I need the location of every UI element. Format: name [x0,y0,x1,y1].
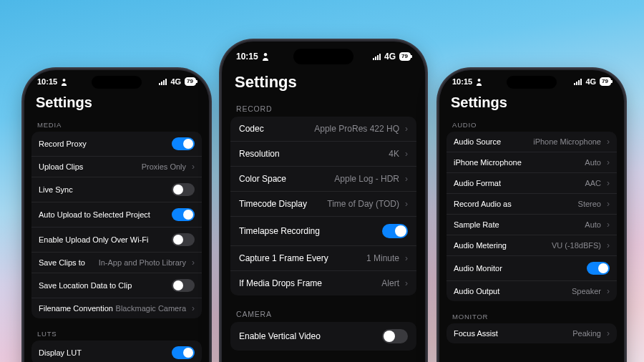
chevron-right-icon: › [192,162,195,171]
signal-icon [574,79,582,85]
status-time: 10:15 [37,77,57,86]
page-title: Settings [24,89,209,118]
row-audio-source[interactable]: Audio Source iPhone Microphone › [447,132,617,152]
row-value: iPhone Microphone [533,137,604,146]
row-wifi-only[interactable]: Enable Upload Only Over Wi-Fi [31,228,202,253]
toggle-live-sync[interactable] [172,183,195,196]
row-iphone-microphone[interactable]: iPhone Microphone Auto › [447,152,617,173]
row-capture-frame-every[interactable]: Capture 1 Frame Every 1 Minute › [230,246,416,271]
row-record-proxy[interactable]: Record Proxy [31,132,202,157]
row-sample-rate[interactable]: Sample Rate Auto › [447,215,617,235]
row-label: Timelapse Recording [239,226,382,236]
toggle-record-proxy[interactable] [172,137,195,150]
settings-group-camera: Enable Vertical Video [230,322,416,351]
chevron-right-icon: › [607,241,610,250]
row-label: If Media Drops Frame [239,278,381,288]
toggle-timelapse[interactable] [382,224,408,238]
row-value: Proxies Only [142,162,189,171]
row-value: VU (-18dBFS) [552,241,604,250]
toggle-save-location[interactable] [172,279,195,292]
network-label: 4G [170,77,181,86]
battery-icon: 79 [600,77,611,86]
row-save-location[interactable]: Save Location Data to Clip [31,273,202,298]
chevron-right-icon: › [607,329,610,338]
row-value: Blackmagic Camera [116,304,189,313]
row-label: iPhone Microphone [454,158,585,167]
row-label: Resolution [239,149,389,159]
toggle-auto-upload[interactable] [172,208,195,221]
row-label: Audio Monitor [454,264,587,273]
signal-icon [373,54,381,60]
chevron-right-icon: › [607,158,610,167]
row-audio-output[interactable]: Audio Output Speaker › [447,281,617,301]
row-display-lut[interactable]: Display LUT [31,341,202,362]
chevron-right-icon: › [405,279,408,288]
row-audio-format[interactable]: Audio Format AAC › [447,173,617,194]
row-label: Live Sync [39,185,172,194]
row-timecode-display[interactable]: Timecode Display Time of Day (TOD) › [230,192,416,217]
toggle-wifi-only[interactable] [172,233,195,246]
row-resolution[interactable]: Resolution 4K › [230,142,416,167]
row-timelapse-recording[interactable]: Timelapse Recording [230,217,416,246]
toggle-vertical-video[interactable] [382,329,408,343]
phone-record-settings: 10:15 4G 79 Settings RECORD Codec Apple … [222,41,425,362]
row-enable-vertical-video[interactable]: Enable Vertical Video [230,322,416,351]
toggle-display-lut[interactable] [172,346,195,359]
chevron-right-icon: › [607,137,610,146]
row-focus-assist[interactable]: Focus Assist Peaking › [447,323,617,343]
row-label: Audio Format [454,179,585,187]
row-value: 1 Minute [366,253,402,263]
status-time: 10:15 [236,52,258,62]
row-upload-clips[interactable]: Upload Clips Proxies Only › [31,157,202,177]
row-value: Peaking [572,329,604,338]
network-label: 4G [585,77,596,86]
row-label: Color Space [239,174,334,184]
status-time: 10:15 [452,77,472,86]
chevron-right-icon: › [607,287,610,295]
row-value: Time of Day (TOD) [327,199,402,209]
settings-group-audio: Audio Source iPhone Microphone › iPhone … [447,132,617,301]
svg-point-1 [264,53,267,56]
chevron-right-icon: › [607,220,610,229]
row-label: Audio Source [454,137,533,146]
row-audio-metering[interactable]: Audio Metering VU (-18dBFS) › [447,235,617,256]
svg-point-0 [63,79,66,82]
row-color-space[interactable]: Color Space Apple Log - HDR › [230,167,416,192]
settings-group-luts: Display LUT [31,341,202,362]
status-bar: 10:15 4G 79 [439,70,624,89]
section-header-audio: AUDIO [439,118,624,132]
row-save-clips-to[interactable]: Save Clips to In-App and Photo Library › [31,253,202,273]
toggle-audio-monitor[interactable] [587,262,610,275]
chevron-right-icon: › [607,179,610,187]
row-value: Speaker [572,287,604,295]
chevron-right-icon: › [192,258,195,267]
row-audio-monitor[interactable]: Audio Monitor [447,256,617,281]
row-label: Timecode Display [239,199,327,209]
page-title: Settings [222,66,425,100]
row-label: Sample Rate [454,220,585,229]
row-label: Save Location Data to Clip [39,281,172,290]
row-filename-convention[interactable]: Filename Convention Blackmagic Camera › [31,298,202,318]
phone-audio-settings: 10:15 4G 79 Settings AUDIO Audio Source … [439,70,624,362]
signal-icon [159,79,167,85]
section-header-monitor: MONITOR [439,310,624,323]
row-label: Save Clips to [39,258,99,267]
section-header-luts: LUTS [24,327,209,341]
chevron-right-icon: › [405,124,408,133]
row-codec[interactable]: Codec Apple ProRes 422 HQ › [230,117,416,142]
chevron-right-icon: › [405,200,408,208]
row-label: Auto Upload to Selected Project [39,210,172,219]
settings-group-monitor: Focus Assist Peaking › [447,323,617,343]
settings-group-record: Codec Apple ProRes 422 HQ › Resolution 4… [230,117,416,295]
row-media-drops-frame[interactable]: If Media Drops Frame Alert › [230,271,416,295]
row-auto-upload[interactable]: Auto Upload to Selected Project [31,202,202,228]
row-label: Record Proxy [39,140,172,148]
row-value: Auto [585,220,604,229]
section-header-record: RECORD [222,100,425,117]
row-label: Record Audio as [454,200,578,208]
row-live-sync[interactable]: Live Sync [31,177,202,202]
chevron-right-icon: › [607,200,610,208]
row-label: Codec [239,124,314,134]
row-label: Enable Vertical Video [239,331,382,341]
row-record-audio-as[interactable]: Record Audio as Stereo › [447,194,617,215]
